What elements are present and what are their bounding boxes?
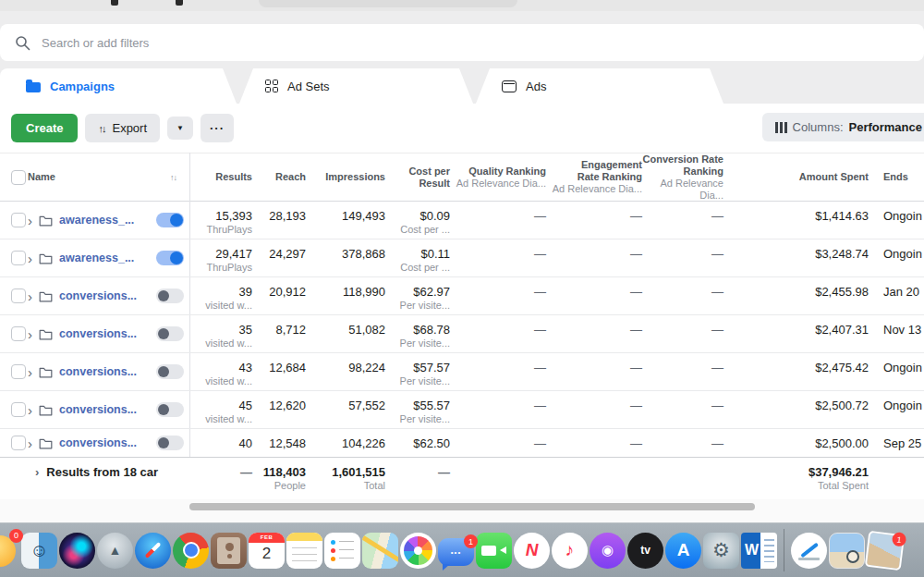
row-toggle[interactable] <box>156 288 184 303</box>
browser-address-bar[interactable] <box>259 0 517 7</box>
expand-chevron-icon[interactable]: › <box>28 252 32 265</box>
expand-chevron-icon[interactable]: › <box>28 436 32 450</box>
messages-icon[interactable]: •••1 <box>438 538 474 566</box>
row-toggle[interactable] <box>156 326 184 341</box>
row-toggle[interactable] <box>156 402 184 417</box>
campaign-name-link[interactable]: conversions... <box>59 365 150 378</box>
facetime-icon[interactable] <box>476 533 512 569</box>
export-arrows-icon: ↑↓ <box>98 123 104 134</box>
table-row[interactable]: › conversions... 40 12,548 104,226 $62.5… <box>0 429 924 457</box>
columns-button[interactable]: Columns: Performance <box>762 113 924 141</box>
amount-spent-value: $2,475.42 <box>815 361 869 374</box>
row-toggle[interactable] <box>156 251 184 265</box>
campaign-name-link[interactable]: conversions... <box>59 289 150 302</box>
finder-icon[interactable]: ☺ <box>21 533 57 569</box>
news-icon[interactable]: N <box>514 533 550 569</box>
header-reach[interactable]: Reach <box>275 171 306 183</box>
export-dropdown-button[interactable]: ▼ <box>167 117 193 140</box>
sort-icon[interactable]: ↑↓ <box>170 173 189 182</box>
columns-value: Performance <box>849 120 922 134</box>
cost-per-result-value: $62.97 <box>413 285 450 299</box>
table-row[interactable]: › awareness_... 29,417ThruPlays 24,297 3… <box>0 239 924 277</box>
table-row[interactable]: › conversions... 35visited w... 8,712 51… <box>0 315 924 353</box>
cost-per-result-value: $0.09 <box>419 209 450 223</box>
create-button[interactable]: Create <box>11 114 78 142</box>
safari-icon[interactable] <box>135 533 171 569</box>
reminders-icon[interactable] <box>324 533 360 569</box>
table-row[interactable]: › conversions... 39visited w... 20,912 1… <box>0 277 924 315</box>
browser-toolbar-icon[interactable] <box>111 0 118 6</box>
campaign-folder-icon <box>39 290 53 302</box>
edge-app-icon[interactable]: 0 <box>1 533 19 569</box>
photos-icon[interactable] <box>400 533 436 569</box>
table-row[interactable]: › conversions... 45visited w... 12,620 5… <box>0 391 924 429</box>
header-conversion-ranking[interactable]: Conversion Rate <box>643 153 723 166</box>
row-checkbox[interactable] <box>11 436 26 450</box>
row-toggle[interactable] <box>156 436 184 450</box>
row-checkbox[interactable] <box>11 251 26 265</box>
header-quality-ranking[interactable]: Quality Ranking <box>468 166 546 178</box>
search-filter-input[interactable]: Search or add filters <box>0 24 924 61</box>
dock-divider <box>784 529 784 571</box>
maps-icon[interactable] <box>362 533 398 569</box>
ends-value: Ongoin <box>883 361 922 374</box>
tab-ads[interactable]: Ads <box>476 68 723 104</box>
expand-chevron-icon[interactable]: › <box>28 214 32 227</box>
contacts-icon[interactable] <box>211 533 247 569</box>
row-checkbox[interactable] <box>11 364 26 379</box>
launchpad-icon[interactable]: ▲ <box>97 533 133 569</box>
columns-icon <box>775 122 787 133</box>
expand-chevron-icon[interactable]: › <box>28 365 32 379</box>
app-store-icon[interactable]: A <box>665 533 701 569</box>
apple-tv-icon[interactable]: tv <box>627 533 663 569</box>
tab-ad-sets[interactable]: Ad Sets <box>239 68 473 104</box>
row-checkbox[interactable] <box>11 326 26 341</box>
word-icon[interactable]: W <box>741 533 777 569</box>
notes-icon[interactable] <box>286 533 322 569</box>
amount-spent-value: $2,500.00 <box>815 436 869 450</box>
campaign-name-link[interactable]: conversions... <box>59 327 150 340</box>
preview-icon[interactable] <box>829 533 865 569</box>
select-all-checkbox[interactable] <box>11 170 26 185</box>
music-icon[interactable]: ♪ <box>552 533 588 569</box>
campaign-name-link[interactable]: awareness_... <box>59 214 150 227</box>
campaign-name-link[interactable]: conversions... <box>59 436 150 449</box>
header-impressions[interactable]: Impressions <box>325 171 385 183</box>
expand-chevron-icon[interactable]: › <box>28 289 32 303</box>
reach-value: 12,684 <box>269 361 306 374</box>
chrome-icon[interactable] <box>173 533 209 569</box>
header-cost-per-result[interactable]: Cost per <box>408 166 450 178</box>
campaign-name-link[interactable]: conversions... <box>59 403 150 416</box>
row-checkbox[interactable] <box>11 288 26 303</box>
header-name[interactable]: Name <box>28 171 55 183</box>
more-options-button[interactable]: ··· <box>201 114 234 142</box>
tab-campaigns[interactable]: Campaigns <box>0 68 237 104</box>
campaign-folder-icon <box>39 328 53 340</box>
header-results[interactable]: Results <box>215 171 252 183</box>
row-checkbox[interactable] <box>11 402 26 417</box>
system-preferences-icon[interactable]: ⚙ <box>703 533 739 569</box>
header-ends[interactable]: Ends <box>883 171 908 183</box>
row-checkbox[interactable] <box>11 213 26 227</box>
calendar-icon[interactable]: FEB2 <box>249 533 285 569</box>
expand-chevron-icon[interactable]: › <box>28 403 32 417</box>
header-amount-spent[interactable]: Amount Spent <box>799 171 869 183</box>
image-capture-icon[interactable] <box>791 533 827 569</box>
row-toggle[interactable] <box>156 213 184 227</box>
quality-ranking-value: — <box>534 209 546 223</box>
cost-per-result-value: $68.78 <box>413 323 450 337</box>
podcasts-icon[interactable]: ◉ <box>590 533 626 569</box>
export-label: Export <box>112 121 147 135</box>
horizontal-scrollbar[interactable] <box>189 503 755 510</box>
header-engagement-ranking[interactable]: Engagement <box>581 159 642 171</box>
row-toggle[interactable] <box>156 364 184 379</box>
export-button[interactable]: ↑↓ Export <box>85 114 160 142</box>
expand-chevron-icon[interactable]: › <box>28 327 32 341</box>
siri-icon[interactable] <box>59 533 95 569</box>
screenshot-stack-icon[interactable]: 1 <box>865 530 905 570</box>
summary-chevron-icon[interactable]: › <box>35 465 39 479</box>
table-row[interactable]: › awareness_... 15,393ThruPlays 28,193 1… <box>0 202 924 239</box>
table-row[interactable]: › conversions... 43visited w... 12,684 9… <box>0 353 924 391</box>
browser-toolbar-icon[interactable] <box>176 0 183 6</box>
campaign-name-link[interactable]: awareness_... <box>59 252 150 264</box>
